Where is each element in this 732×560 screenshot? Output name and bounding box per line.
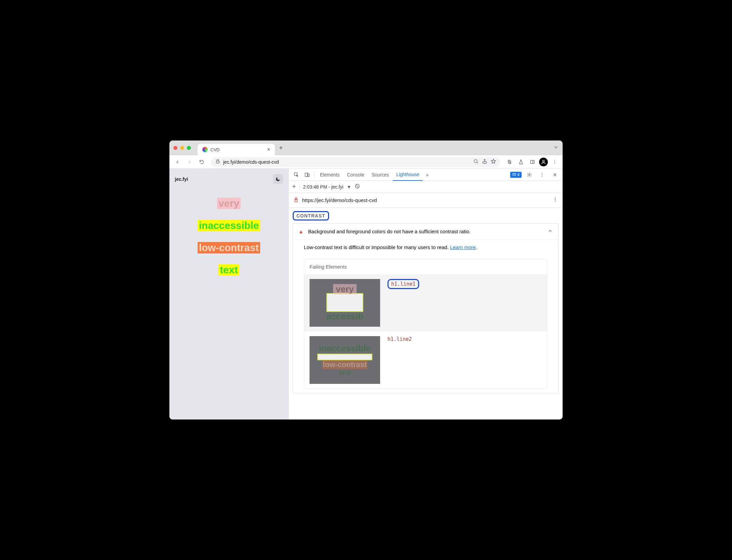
lighthouse-toolbar: + 2:03:48 PM - jec.fyi ▼: [289, 181, 563, 193]
browser-tab[interactable]: CVD ×: [198, 144, 275, 155]
close-tab-button[interactable]: ×: [267, 147, 270, 153]
svg-point-12: [529, 174, 530, 175]
tabs-overflow-button[interactable]: [553, 145, 559, 151]
back-button[interactable]: [173, 157, 182, 167]
svg-point-15: [542, 176, 542, 176]
audit-description: Low-contrast text is difficult or imposs…: [293, 239, 558, 255]
demo-line-2: inaccessible: [198, 220, 260, 231]
svg-point-6: [554, 162, 555, 162]
tab-title: CVD: [210, 147, 219, 152]
svg-point-18: [555, 199, 556, 200]
failing-element-row[interactable]: very accessib h1.line1: [304, 274, 547, 331]
forward-button[interactable]: [185, 157, 194, 167]
browser-toolbar-icons: [505, 157, 559, 167]
svg-point-5: [554, 160, 555, 161]
svg-rect-11: [513, 173, 516, 175]
svg-point-1: [474, 160, 477, 163]
demo-line-3: low-contrast: [198, 242, 260, 253]
tabs-more-button[interactable]: »: [423, 172, 432, 177]
tab-elements[interactable]: Elements: [317, 169, 343, 181]
tab-sources[interactable]: Sources: [368, 169, 392, 181]
minimize-window-button[interactable]: [180, 146, 184, 150]
devtools-menu-button[interactable]: [537, 170, 547, 180]
demo-line-1: very: [217, 198, 241, 209]
svg-point-19: [555, 201, 556, 202]
window-controls: [173, 146, 191, 150]
audit-title: Background and foreground colors do not …: [308, 229, 471, 234]
page-viewport: jec.fyi very inaccessible low-contrast t…: [169, 169, 289, 419]
lock-icon: [215, 159, 220, 165]
element-thumbnail: very accessib: [310, 279, 380, 327]
url-input[interactable]: jec.fyi/demo/cds-quest-cvd: [211, 157, 500, 167]
report-url: https://jec.fyi/demo/cds-quest-cvd: [302, 197, 377, 203]
element-selector: h1.line2: [388, 336, 412, 342]
url-text: jec.fyi/demo/cds-quest-cvd: [223, 159, 279, 165]
svg-point-4: [542, 160, 544, 162]
browser-menu-button[interactable]: [550, 157, 559, 167]
demo-line-4: text: [218, 264, 239, 276]
close-window-button[interactable]: [173, 146, 177, 150]
svg-point-13: [542, 173, 542, 173]
svg-point-7: [554, 163, 555, 164]
report-menu-button[interactable]: [553, 197, 558, 203]
devtools-panel: Elements Console Sources Lighthouse » 4 …: [289, 169, 563, 419]
favicon-icon: [202, 147, 208, 152]
share-icon[interactable]: [482, 159, 487, 165]
inspect-icon[interactable]: [291, 170, 301, 180]
collapse-icon: [547, 228, 553, 235]
svg-point-17: [555, 198, 556, 198]
learn-more-link[interactable]: Learn more: [450, 244, 476, 250]
report-timestamp: 2:03:48 PM - jec.fyi: [303, 184, 343, 190]
bookmark-icon[interactable]: [491, 159, 496, 165]
sidepanel-icon[interactable]: [528, 157, 537, 167]
device-toggle-icon[interactable]: [302, 170, 312, 180]
devtools-tabbar: Elements Console Sources Lighthouse » 4: [289, 169, 563, 181]
failing-elements-title: Failing Elements: [304, 259, 547, 274]
element-thumbnail: inaccessible low-contrast text: [310, 336, 380, 384]
tab-console[interactable]: Console: [343, 169, 367, 181]
close-devtools-button[interactable]: [550, 170, 560, 180]
element-selector: h1.line1: [388, 279, 419, 289]
profile-avatar[interactable]: [539, 158, 548, 166]
svg-rect-3: [531, 160, 534, 163]
address-bar: jec.fyi/demo/cds-quest-cvd: [169, 155, 563, 169]
new-tab-button[interactable]: +: [279, 144, 283, 152]
warning-icon: ▲: [298, 229, 303, 234]
failing-elements-box: Failing Elements very accessib h1.line1: [304, 259, 547, 389]
zoom-icon[interactable]: [473, 159, 479, 165]
maximize-window-button[interactable]: [187, 146, 191, 150]
tab-lighthouse[interactable]: Lighthouse: [393, 169, 423, 181]
audit-header[interactable]: ▲ Background and foreground colors do no…: [293, 224, 558, 239]
settings-icon[interactable]: [524, 170, 534, 180]
svg-point-14: [542, 174, 542, 175]
browser-tabbar: CVD × +: [169, 141, 563, 155]
new-report-button[interactable]: +: [292, 183, 296, 191]
theme-toggle-button[interactable]: [273, 174, 283, 184]
audit-card: ▲ Background and foreground colors do no…: [293, 223, 559, 393]
report-dropdown-icon[interactable]: ▼: [347, 184, 352, 190]
labs-icon[interactable]: [516, 157, 526, 167]
contrast-label: CONTRAST: [293, 211, 329, 221]
moon-icon: [275, 176, 281, 182]
reload-button[interactable]: [197, 157, 206, 167]
lighthouse-icon: [293, 197, 299, 203]
failing-element-row[interactable]: inaccessible low-contrast text h1.line2: [304, 331, 547, 389]
issues-badge[interactable]: 4: [510, 172, 522, 178]
site-title: jec.fyi: [175, 176, 188, 182]
svg-rect-0: [216, 161, 219, 163]
clear-button[interactable]: [355, 184, 360, 190]
extensions-icon[interactable]: [505, 157, 514, 167]
audit-section-label: CONTRAST: [289, 208, 563, 223]
lighthouse-url-bar: https://jec.fyi/demo/cds-quest-cvd: [289, 193, 563, 208]
browser-window: CVD × + jec.fyi/demo/cds-quest-cvd: [169, 141, 563, 419]
